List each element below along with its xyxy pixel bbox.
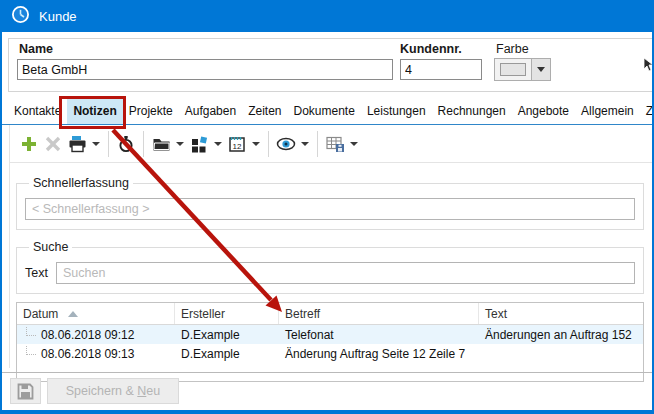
modules-dropdown-button[interactable] — [211, 131, 225, 157]
tab-allgemein[interactable]: Allgemein — [575, 99, 640, 125]
window-title: Kunde — [39, 9, 77, 24]
timer-icon — [117, 135, 135, 153]
cell-datum: 08.06.2018 09:13 — [41, 347, 134, 361]
calendar-button[interactable]: 12 — [225, 131, 249, 157]
notizen-tab-page: 12 — [9, 125, 652, 368]
save-button[interactable] — [10, 378, 41, 404]
kundennr-label: Kundennr. — [400, 42, 462, 56]
column-header-text[interactable]: Text — [479, 303, 643, 324]
notes-table: Datum Ersteller Betreff Text 08.06.2018 … — [16, 302, 644, 382]
calendar-icon: 12 — [228, 135, 246, 153]
add-note-button[interactable] — [17, 131, 41, 157]
farbe-color-picker[interactable] — [494, 58, 551, 81]
notes-toolbar: 12 — [10, 125, 652, 163]
tab-projekte[interactable]: Projekte — [123, 99, 179, 125]
color-dropdown-button[interactable] — [532, 58, 551, 81]
tree-node-icon — [26, 327, 36, 336]
tab-strip: Kontakte Notizen Projekte Aufgaben Zeite… — [8, 99, 652, 125]
cell-betreff: Telefonat — [279, 325, 479, 344]
column-header-label: Betreff — [285, 307, 320, 321]
chevron-down-icon — [92, 142, 100, 146]
save-new-accesskey: N — [137, 384, 146, 398]
table-row[interactable]: 08.06.2018 09:13 D.Example Änderung Auft… — [17, 344, 643, 363]
calendar-day-number: 12 — [233, 141, 242, 150]
timer-button[interactable] — [114, 131, 138, 157]
chevron-down-icon — [214, 142, 222, 146]
toolbar-separator — [108, 131, 109, 157]
column-header-datum[interactable]: Datum — [17, 303, 175, 324]
tab-aufgaben[interactable]: Aufgaben — [179, 99, 242, 125]
cursor-artifact-icon — [643, 57, 652, 73]
save-new-label-suffix: eu — [146, 384, 160, 398]
plus-icon — [20, 135, 38, 153]
export-dropdown-button[interactable] — [347, 131, 361, 157]
table-header-row: Datum Ersteller Betreff Text — [17, 303, 643, 325]
name-label: Name — [19, 42, 53, 56]
cell-datum: 08.06.2018 09:12 — [41, 328, 134, 342]
column-header-label: Datum — [23, 307, 58, 321]
sort-ascending-icon — [68, 311, 78, 317]
save-and-new-button[interactable]: Speichern & Neu — [47, 378, 179, 404]
close-x-icon — [45, 136, 61, 152]
tab-leistungen[interactable]: Leistungen — [361, 99, 432, 125]
toolbar-separator — [317, 131, 318, 157]
tab-zusatz[interactable]: Zu — [640, 99, 652, 125]
panel-splitter[interactable] — [2, 372, 652, 373]
column-header-ersteller[interactable]: Ersteller — [175, 303, 279, 324]
tab-rechnungen[interactable]: Rechnungen — [432, 99, 512, 125]
eye-icon — [276, 136, 296, 152]
search-group: Suche Text — [16, 240, 644, 294]
blocks-icon — [190, 135, 208, 153]
folder-icon — [152, 136, 171, 152]
view-dropdown-button[interactable] — [298, 131, 312, 157]
save-new-label: Speichern & — [66, 384, 138, 398]
chevron-down-icon — [350, 142, 358, 146]
name-input[interactable] — [17, 59, 393, 80]
column-header-betreff[interactable]: Betreff — [279, 303, 479, 324]
kundennr-input[interactable] — [400, 59, 482, 80]
calendar-dropdown-button[interactable] — [249, 131, 263, 157]
cell-betreff: Änderung Auftrag Seite 12 Zeile 7 — [279, 344, 479, 363]
table-row[interactable]: 08.06.2018 09:12 D.Example Telefonat Änd… — [17, 325, 643, 344]
folder-button[interactable] — [149, 131, 173, 157]
tab-kontakte[interactable]: Kontakte — [8, 99, 67, 125]
customer-header-panel: Name Kundennr. Farbe — [8, 38, 654, 92]
toolbar-separator — [268, 131, 269, 157]
quick-entry-group-label: Schnellerfassung — [29, 176, 133, 190]
cell-ersteller: D.Example — [175, 344, 279, 363]
column-header-label: Ersteller — [181, 307, 225, 321]
table-export-icon — [326, 135, 345, 153]
quick-entry-input[interactable] — [25, 198, 635, 220]
delete-note-button[interactable] — [41, 131, 65, 157]
cell-text: Änderungen an Auftrag 152 — [479, 325, 643, 344]
printer-icon — [68, 135, 87, 153]
color-swatch-button[interactable] — [494, 58, 532, 81]
print-dropdown-button[interactable] — [89, 131, 103, 157]
tab-notizen[interactable]: Notizen — [67, 99, 122, 125]
view-button[interactable] — [274, 131, 298, 157]
search-input[interactable] — [56, 262, 635, 284]
floppy-save-icon — [17, 383, 34, 400]
chevron-down-icon — [301, 142, 309, 146]
quick-entry-group: Schnellerfassung — [16, 176, 644, 230]
export-table-button[interactable] — [323, 131, 347, 157]
clock-app-icon — [11, 5, 30, 27]
search-group-label: Suche — [29, 240, 72, 254]
tab-dokumente[interactable]: Dokumente — [288, 99, 361, 125]
chevron-down-icon — [252, 142, 260, 146]
search-text-label: Text — [25, 266, 48, 280]
modules-button[interactable] — [187, 131, 211, 157]
farbe-label: Farbe — [496, 42, 529, 56]
tab-angebote[interactable]: Angebote — [512, 99, 575, 125]
folder-dropdown-button[interactable] — [173, 131, 187, 157]
toolbar-separator — [143, 131, 144, 157]
print-button[interactable] — [65, 131, 89, 157]
color-swatch — [500, 63, 526, 76]
column-header-label: Text — [485, 307, 507, 321]
chevron-down-icon — [537, 67, 545, 72]
chevron-down-icon — [176, 142, 184, 146]
kunde-window: Kunde Name Kundennr. Farbe Kontakte Noti… — [0, 0, 654, 414]
tab-zeiten[interactable]: Zeiten — [242, 99, 287, 125]
cell-ersteller: D.Example — [175, 325, 279, 344]
cell-text — [479, 344, 643, 363]
